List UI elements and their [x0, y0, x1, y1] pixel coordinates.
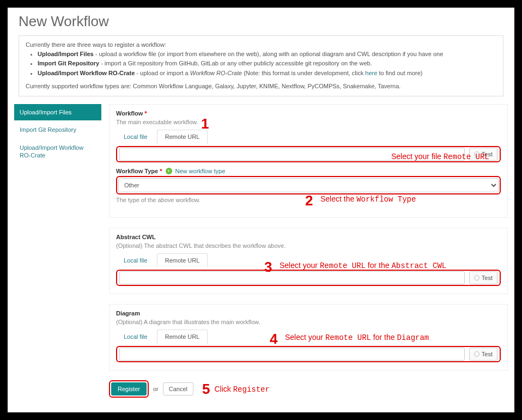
cancel-button[interactable]: Cancel: [163, 382, 193, 395]
info-box: Currently there are three ways to regist…: [19, 35, 503, 96]
cwl-tab-local[interactable]: Local file: [116, 254, 155, 267]
annot-4: Select your Remote URL for the Diagram: [285, 333, 429, 342]
workflow-desc: The main executable workflow.: [116, 119, 501, 125]
or-text: or: [153, 386, 159, 392]
annot-3: Select your Remote URL for the Abstract …: [280, 261, 446, 270]
plus-icon: +: [166, 168, 172, 174]
cwl-desc: (Optional) The abstract CWL that describ…: [116, 242, 501, 249]
annot-num-4: 4: [270, 331, 277, 348]
info-intro: Currently there are three ways to regist…: [26, 41, 496, 48]
workflow-label: Workflow *: [116, 110, 501, 117]
spinner-icon: [474, 275, 479, 281]
workflow-type-label: Workflow Type * + New workflow type: [116, 168, 501, 174]
workflow-type-select[interactable]: Other: [118, 178, 499, 192]
workflow-tabs: Local file Remote URL: [116, 130, 501, 144]
diagram-panel: Diagram (Optional) A diagram that illust…: [109, 304, 508, 370]
annot-1: Select your file Remote URL: [391, 152, 489, 161]
actions: Register or Cancel 5 Click Register: [109, 380, 508, 398]
diagram-desc: (Optional) A diagram that illustrates th…: [116, 319, 501, 325]
here-link[interactable]: here: [365, 70, 377, 76]
page: New Workflow Currently there are three w…: [8, 8, 514, 412]
sidebar-item-upload[interactable]: Upload/Import Files: [14, 104, 101, 120]
register-button[interactable]: Register: [111, 382, 147, 395]
annot-2: Select the Workflow Type: [320, 194, 416, 204]
cwl-url-input[interactable]: [119, 271, 465, 284]
diagram-tab-local[interactable]: Local file: [116, 330, 155, 343]
diagram-tab-remote[interactable]: Remote URL: [157, 330, 208, 344]
diagram-label: Diagram: [116, 310, 501, 316]
info-bullet-rocrate: Upload/Import Workflow RO-Crate - upload…: [38, 69, 496, 77]
sidebar-item-rocrate[interactable]: Upload/Import Workflow RO-Crate: [14, 139, 101, 164]
main-form: Workflow * The main executable workflow.…: [109, 104, 508, 398]
new-workflow-type-link[interactable]: New workflow type: [175, 168, 226, 174]
sidebar: Upload/Import Files Import Git Repositor…: [14, 104, 101, 398]
annot-num-3: 3: [264, 259, 272, 276]
info-bullet-upload: Upload/Import Files - upload a workflow …: [38, 50, 496, 58]
page-title: New Workflow: [19, 13, 510, 30]
annot-5: Click Register: [214, 385, 269, 394]
sidebar-item-git[interactable]: Import Git Repository: [14, 121, 101, 138]
info-supported: Currently supported workflow types are: …: [26, 83, 496, 89]
annot-num-1: 1: [201, 115, 209, 132]
spinner-icon: [474, 351, 479, 357]
cwl-tab-remote[interactable]: Remote URL: [157, 253, 208, 267]
annot-num-5: 5: [202, 381, 210, 398]
diagram-test-button[interactable]: Test: [469, 348, 497, 361]
tab-remote-url[interactable]: Remote URL: [157, 130, 208, 144]
annot-num-2: 2: [305, 192, 313, 209]
cwl-url-row: Test: [116, 270, 501, 286]
cwl-label: Abstract CWL: [116, 234, 501, 240]
tab-local-file[interactable]: Local file: [116, 130, 155, 143]
diagram-url-row: Test: [116, 346, 501, 362]
diagram-url-input[interactable]: [119, 348, 465, 361]
cwl-test-button[interactable]: Test: [469, 271, 497, 284]
abstract-cwl-panel: Abstract CWL (Optional) The abstract CWL…: [109, 228, 508, 294]
info-bullet-git: Import Git Repository - import a Git rep…: [38, 59, 496, 68]
